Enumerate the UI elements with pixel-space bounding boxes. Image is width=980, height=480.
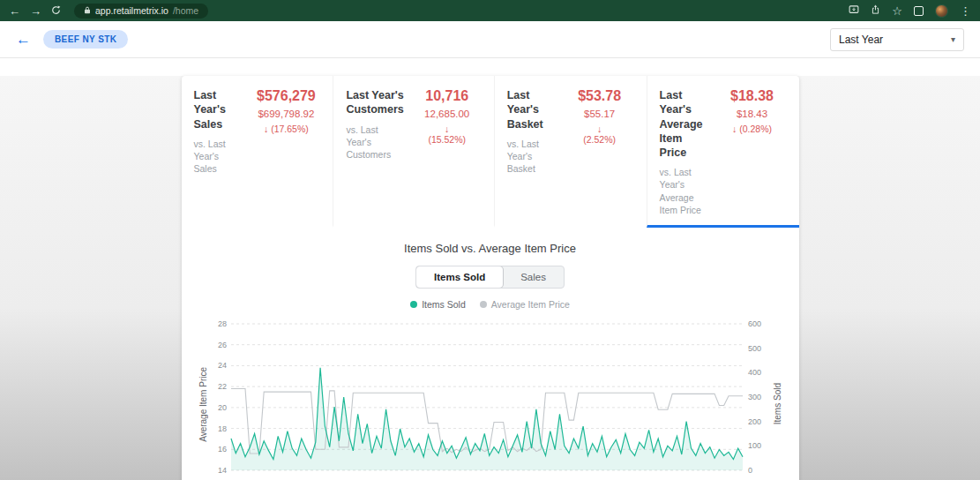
url-host: app.retailmetrix.io bbox=[95, 5, 168, 16]
refresh-icon[interactable] bbox=[51, 5, 61, 17]
browser-chrome: ← → app.retailmetrix.io/home ☆ ⋮ bbox=[0, 0, 980, 21]
kpi-value: $18.38 bbox=[716, 88, 789, 104]
content-area: Last Year's Sales vs. Last Year's Sales … bbox=[0, 76, 980, 480]
kpi-sales[interactable]: Last Year's Sales vs. Last Year's Sales … bbox=[182, 76, 333, 228]
share-icon[interactable] bbox=[871, 3, 880, 19]
legend-items-sold[interactable]: Items Sold bbox=[410, 299, 466, 310]
svg-text:28: 28 bbox=[217, 319, 226, 328]
chart-legend: Items Sold Average Item Price bbox=[182, 299, 799, 310]
nav-forward-icon[interactable]: → bbox=[30, 5, 41, 17]
svg-text:20: 20 bbox=[217, 403, 226, 412]
svg-text:18: 18 bbox=[217, 424, 226, 433]
address-bar[interactable]: app.retailmetrix.io/home bbox=[74, 4, 208, 19]
kpi-subtitle: vs. Last Year's Basket bbox=[507, 138, 557, 176]
screen: ← → app.retailmetrix.io/home ☆ ⋮ ← BEEF bbox=[0, 0, 980, 480]
metrics-card: Last Year's Sales vs. Last Year's Sales … bbox=[182, 76, 799, 480]
svg-text:500: 500 bbox=[748, 344, 761, 353]
lock-icon bbox=[84, 5, 91, 16]
menu-kebab-icon[interactable]: ⋮ bbox=[960, 5, 971, 17]
product-chip[interactable]: BEEF NY STK bbox=[43, 30, 128, 49]
bookmark-star-icon[interactable]: ☆ bbox=[892, 5, 902, 17]
svg-text:16: 16 bbox=[217, 445, 226, 454]
chart-svg[interactable]: 14161820222426280100200300400500600Sat J… bbox=[208, 317, 773, 480]
legend-avg-item-price[interactable]: Average Item Price bbox=[480, 299, 570, 310]
legend-dot-items-sold bbox=[410, 301, 417, 308]
app-back-arrow[interactable]: ← bbox=[16, 31, 31, 49]
kpi-subtitle: vs. Last Year's Customers bbox=[346, 124, 403, 161]
install-app-icon[interactable] bbox=[849, 3, 859, 19]
svg-text:0: 0 bbox=[748, 466, 752, 475]
svg-text:400: 400 bbox=[748, 368, 761, 377]
kpi-average-item-price[interactable]: Last Year's Average Item Price vs. Last … bbox=[647, 76, 799, 228]
kpi-value: $576,279 bbox=[250, 88, 322, 104]
legend-dot-avg-price bbox=[480, 301, 487, 308]
tab-square-icon[interactable] bbox=[914, 6, 924, 16]
kpi-delta: ↓ (15.52%) bbox=[411, 124, 483, 145]
svg-text:200: 200 bbox=[748, 417, 761, 426]
url-path: /home bbox=[173, 5, 198, 16]
profile-avatar[interactable] bbox=[935, 4, 948, 18]
chart-title: Items Sold vs. Average Item Price bbox=[182, 242, 799, 255]
kpi-delta: ↓ (0.28%) bbox=[716, 124, 789, 134]
toggle-items-sold[interactable]: Items Sold bbox=[416, 266, 503, 288]
kpi-prev-value: $699,798.92 bbox=[250, 109, 322, 119]
kpi-prev-value: 12,685.00 bbox=[411, 109, 483, 119]
left-axis-title: Average Item Price bbox=[198, 367, 208, 442]
kpi-title: Last Year's Average Item Price bbox=[660, 88, 709, 160]
svg-text:14: 14 bbox=[217, 466, 226, 475]
kpi-value: 10,716 bbox=[411, 88, 483, 104]
svg-text:100: 100 bbox=[748, 441, 761, 450]
kpi-basket[interactable]: Last Year's Basket vs. Last Year's Baske… bbox=[494, 76, 647, 228]
chart-area: Average Item Price 141618202224262801002… bbox=[182, 317, 799, 480]
svg-text:22: 22 bbox=[217, 382, 226, 391]
kpi-prev-value: $55.17 bbox=[564, 109, 636, 119]
kpi-value: $53.78 bbox=[564, 88, 636, 104]
metric-toggle: Items Sold Sales bbox=[182, 266, 799, 289]
right-axis-title: Items Sold bbox=[773, 383, 782, 424]
chevron-down-icon: ▾ bbox=[951, 34, 955, 44]
kpi-title: Last Year's Sales bbox=[194, 88, 243, 131]
kpi-title: Last Year's Basket bbox=[507, 88, 557, 131]
kpi-customers[interactable]: Last Year's Customers vs. Last Year's Cu… bbox=[333, 76, 493, 228]
kpi-subtitle: vs. Last Year's Sales bbox=[194, 138, 243, 176]
legend-label: Average Item Price bbox=[491, 299, 570, 310]
kpi-row: Last Year's Sales vs. Last Year's Sales … bbox=[182, 76, 799, 228]
period-select[interactable]: Last Year ▾ bbox=[830, 28, 964, 51]
kpi-title: Last Year's Customers bbox=[346, 88, 403, 117]
kpi-delta: ↓ (2.52%) bbox=[564, 124, 636, 145]
kpi-delta: ↓ (17.65%) bbox=[250, 124, 322, 134]
nav-back-icon[interactable]: ← bbox=[9, 5, 20, 17]
svg-text:26: 26 bbox=[217, 341, 226, 349]
svg-text:24: 24 bbox=[217, 361, 226, 370]
svg-text:300: 300 bbox=[748, 393, 761, 401]
legend-label: Items Sold bbox=[422, 299, 466, 310]
app-toolbar: ← BEEF NY STK Last Year ▾ bbox=[0, 21, 980, 58]
kpi-prev-value: $18.43 bbox=[716, 109, 789, 119]
period-select-value: Last Year bbox=[839, 34, 883, 46]
svg-text:600: 600 bbox=[748, 319, 761, 328]
toggle-sales[interactable]: Sales bbox=[503, 266, 564, 288]
kpi-subtitle: vs. Last Year's Average Item Price bbox=[660, 166, 709, 216]
